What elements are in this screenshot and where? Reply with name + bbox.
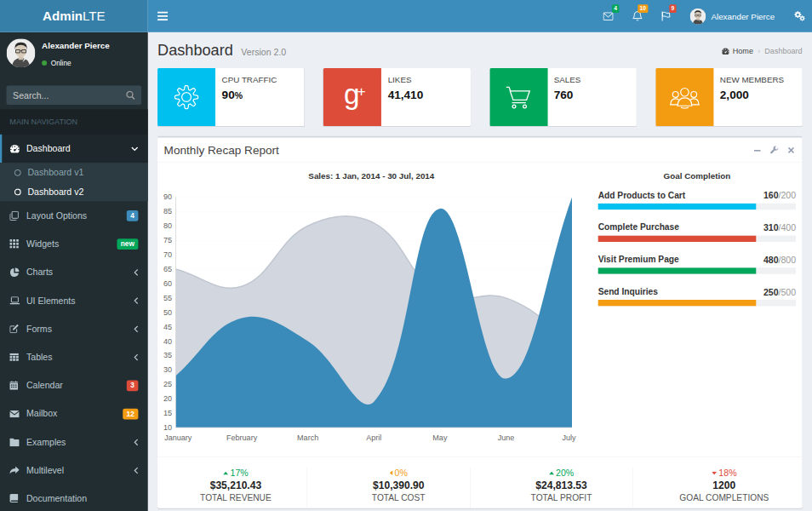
svg-text:50: 50 xyxy=(163,308,172,317)
svg-text:10: 10 xyxy=(163,423,172,432)
svg-text:70: 70 xyxy=(163,250,172,259)
svg-text:35: 35 xyxy=(163,352,172,360)
svg-text:75: 75 xyxy=(163,237,172,245)
svg-text:90: 90 xyxy=(163,193,172,202)
svg-text:45: 45 xyxy=(163,323,172,331)
svg-text:55: 55 xyxy=(163,294,172,302)
svg-text:30: 30 xyxy=(163,366,172,375)
svg-text:February: February xyxy=(226,433,258,442)
svg-text:60: 60 xyxy=(163,279,172,288)
svg-text:20: 20 xyxy=(163,395,172,404)
svg-text:January: January xyxy=(164,433,192,442)
svg-text:65: 65 xyxy=(163,265,172,273)
svg-text:July: July xyxy=(562,433,576,442)
svg-text:25: 25 xyxy=(163,381,172,389)
svg-text:+: + xyxy=(357,83,366,100)
svg-text:15: 15 xyxy=(163,409,172,417)
svg-text:40: 40 xyxy=(163,337,172,346)
svg-text:May: May xyxy=(432,433,448,442)
svg-text:85: 85 xyxy=(163,208,172,216)
svg-text:March: March xyxy=(297,433,318,442)
svg-text:June: June xyxy=(498,433,515,442)
svg-text:April: April xyxy=(366,433,381,442)
svg-text:80: 80 xyxy=(163,222,172,231)
